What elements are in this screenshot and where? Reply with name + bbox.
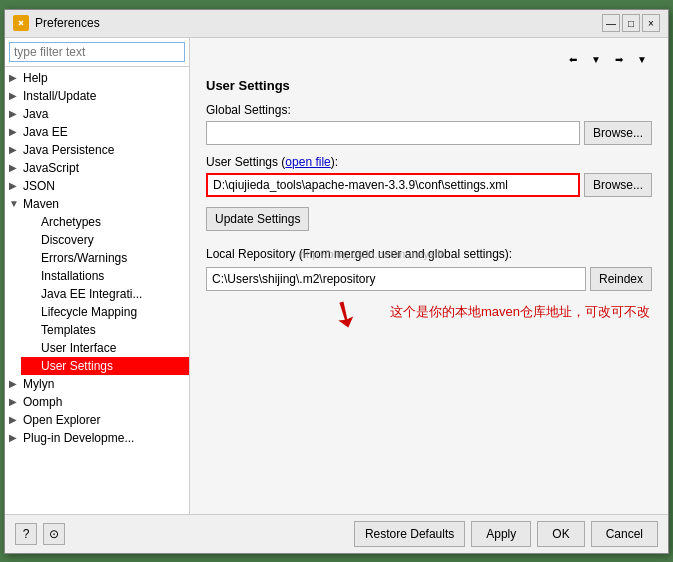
watermark-text: http://blog.csdn.net/moneysift bbox=[300, 248, 443, 260]
title-bar: Preferences — □ × bbox=[5, 10, 668, 38]
user-settings-label-text: User Settings ( bbox=[206, 155, 285, 169]
tree-label-json: JSON bbox=[23, 179, 55, 193]
tree-label-installations: Installations bbox=[41, 269, 104, 283]
tree-label-mylyn: Mylyn bbox=[23, 377, 54, 391]
preferences-dialog: Preferences — □ × ▶ Help ▶ Insta bbox=[4, 9, 669, 554]
tree-item-user-settings[interactable]: User Settings bbox=[21, 357, 189, 375]
tree-arrow-javascript: ▶ bbox=[9, 162, 23, 173]
tree-children-maven: Archetypes Discovery Errors/Warnings Ins… bbox=[5, 213, 189, 375]
title-bar-controls: — □ × bbox=[602, 14, 660, 32]
tree-item-java[interactable]: ▶ Java bbox=[5, 105, 189, 123]
back-icon[interactable]: ⬅ bbox=[563, 50, 583, 70]
dropdown-icon[interactable]: ▼ bbox=[632, 50, 652, 70]
toolbar-row: ⬅ ▼ ➡ ▼ bbox=[206, 50, 652, 70]
tree-item-plugin-dev[interactable]: ▶ Plug-in Developme... bbox=[5, 429, 189, 447]
minimize-button[interactable]: — bbox=[602, 14, 620, 32]
tree-item-java-persistence[interactable]: ▶ Java Persistence bbox=[5, 141, 189, 159]
tree-label-java-ee: Java EE bbox=[23, 125, 68, 139]
global-settings-row: Browse... bbox=[206, 121, 652, 145]
tree-item-templates[interactable]: Templates bbox=[21, 321, 189, 339]
tree-label-open-explorer: Open Explorer bbox=[23, 413, 100, 427]
reindex-button[interactable]: Reindex bbox=[590, 267, 652, 291]
user-settings-row: Browse... bbox=[206, 173, 652, 197]
tree-label-help: Help bbox=[23, 71, 48, 85]
local-repo-input[interactable] bbox=[206, 267, 586, 291]
tree-item-discovery[interactable]: Discovery bbox=[21, 231, 189, 249]
tree-item-maven[interactable]: ▼ Maven bbox=[5, 195, 189, 213]
tree-arrow-install-update: ▶ bbox=[9, 90, 23, 101]
ok-button[interactable]: OK bbox=[537, 521, 584, 547]
filter-input[interactable] bbox=[9, 42, 185, 62]
tree-label-java-ee-integration: Java EE Integrati... bbox=[41, 287, 142, 301]
tree-label-java-persistence: Java Persistence bbox=[23, 143, 114, 157]
tree-item-oomph[interactable]: ▶ Oomph bbox=[5, 393, 189, 411]
tree-item-java-ee-integration[interactable]: Java EE Integrati... bbox=[21, 285, 189, 303]
help-button[interactable]: ? bbox=[15, 523, 37, 545]
tree-arrow-open-explorer: ▶ bbox=[9, 414, 23, 425]
tree-item-mylyn[interactable]: ▶ Mylyn bbox=[5, 375, 189, 393]
tree-arrow-json: ▶ bbox=[9, 180, 23, 191]
open-file-link[interactable]: open file bbox=[285, 155, 330, 169]
bottom-right: Restore Defaults Apply OK Cancel bbox=[354, 521, 658, 547]
tree-arrow-java: ▶ bbox=[9, 108, 23, 119]
tree-label-lifecycle-mapping: Lifecycle Mapping bbox=[41, 305, 137, 319]
forward2-icon[interactable]: ➡ bbox=[609, 50, 629, 70]
bottom-left: ? ⊙ bbox=[15, 523, 65, 545]
tree-label-maven: Maven bbox=[23, 197, 59, 211]
apply-button[interactable]: Apply bbox=[471, 521, 531, 547]
global-settings-input[interactable] bbox=[206, 121, 580, 145]
global-browse-button[interactable]: Browse... bbox=[584, 121, 652, 145]
tree-label-plugin-dev: Plug-in Developme... bbox=[23, 431, 134, 445]
global-settings-label: Global Settings: bbox=[206, 103, 652, 117]
tree-arrow-oomph: ▶ bbox=[9, 396, 23, 407]
tree-area: ▶ Help ▶ Install/Update ▶ Java ▶ Java EE bbox=[5, 67, 189, 514]
tree-item-installations[interactable]: Installations bbox=[21, 267, 189, 285]
title-bar-left: Preferences bbox=[13, 15, 100, 31]
tree-item-javascript[interactable]: ▶ JavaScript bbox=[5, 159, 189, 177]
tree-arrow-maven: ▼ bbox=[9, 198, 23, 209]
local-repo-row: Reindex bbox=[206, 267, 652, 291]
user-settings-input[interactable] bbox=[206, 173, 580, 197]
cancel-button[interactable]: Cancel bbox=[591, 521, 658, 547]
tree-item-user-interface[interactable]: User Interface bbox=[21, 339, 189, 357]
tree-item-open-explorer[interactable]: ▶ Open Explorer bbox=[5, 411, 189, 429]
tree-label-archetypes: Archetypes bbox=[41, 215, 101, 229]
user-browse-button[interactable]: Browse... bbox=[584, 173, 652, 197]
tree-arrow-help: ▶ bbox=[9, 72, 23, 83]
preferences-icon-button[interactable]: ⊙ bbox=[43, 523, 65, 545]
tree-arrow-java-ee: ▶ bbox=[9, 126, 23, 137]
tree-item-json[interactable]: ▶ JSON bbox=[5, 177, 189, 195]
tree-item-install-update[interactable]: ▶ Install/Update bbox=[5, 87, 189, 105]
tree-item-java-ee[interactable]: ▶ Java EE bbox=[5, 123, 189, 141]
dialog-title: Preferences bbox=[35, 16, 100, 30]
annotation-arrow: ➘ bbox=[322, 288, 369, 339]
dialog-body: ▶ Help ▶ Install/Update ▶ Java ▶ Java EE bbox=[5, 38, 668, 514]
tree-label-user-interface: User Interface bbox=[41, 341, 116, 355]
tree-label-java: Java bbox=[23, 107, 48, 121]
forward-icon[interactable]: ▼ bbox=[586, 50, 606, 70]
filter-box bbox=[5, 38, 189, 67]
tree-arrow-java-persistence: ▶ bbox=[9, 144, 23, 155]
tree-label-discovery: Discovery bbox=[41, 233, 94, 247]
tree-label-javascript: JavaScript bbox=[23, 161, 79, 175]
tree-arrow-mylyn: ▶ bbox=[9, 378, 23, 389]
close-button[interactable]: × bbox=[642, 14, 660, 32]
tree-item-errors-warnings[interactable]: Errors/Warnings bbox=[21, 249, 189, 267]
section-title: User Settings bbox=[206, 78, 652, 93]
user-settings-label-text2: ): bbox=[331, 155, 338, 169]
maximize-button[interactable]: □ bbox=[622, 14, 640, 32]
tree-item-help[interactable]: ▶ Help bbox=[5, 69, 189, 87]
right-panel: ⬅ ▼ ➡ ▼ User Settings Global Settings: B… bbox=[190, 38, 668, 514]
tree-label-install-update: Install/Update bbox=[23, 89, 96, 103]
tree-item-lifecycle-mapping[interactable]: Lifecycle Mapping bbox=[21, 303, 189, 321]
tree-label-templates: Templates bbox=[41, 323, 96, 337]
dialog-icon bbox=[13, 15, 29, 31]
tree-arrow-plugin-dev: ▶ bbox=[9, 432, 23, 443]
user-settings-label: User Settings (open file): bbox=[206, 155, 652, 169]
annotation-text: 这个是你的本地maven仓库地址，可改可不改 bbox=[390, 303, 650, 321]
update-settings-button[interactable]: Update Settings bbox=[206, 207, 309, 231]
tree-item-archetypes[interactable]: Archetypes bbox=[21, 213, 189, 231]
tree-label-oomph: Oomph bbox=[23, 395, 62, 409]
bottom-bar: ? ⊙ Restore Defaults Apply OK Cancel bbox=[5, 514, 668, 553]
restore-defaults-button[interactable]: Restore Defaults bbox=[354, 521, 465, 547]
